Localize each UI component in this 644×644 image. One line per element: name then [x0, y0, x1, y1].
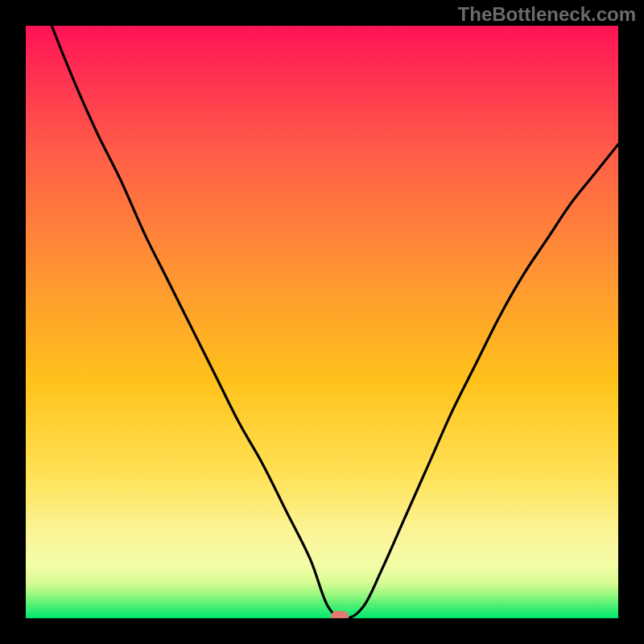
bottleneck-chart	[26, 26, 618, 618]
chart-frame: TheBottleneck.com	[0, 0, 644, 644]
plot-area	[26, 26, 618, 618]
gradient-background	[26, 26, 618, 618]
optimal-point-marker	[331, 611, 349, 618]
watermark-text: TheBottleneck.com	[458, 3, 636, 26]
